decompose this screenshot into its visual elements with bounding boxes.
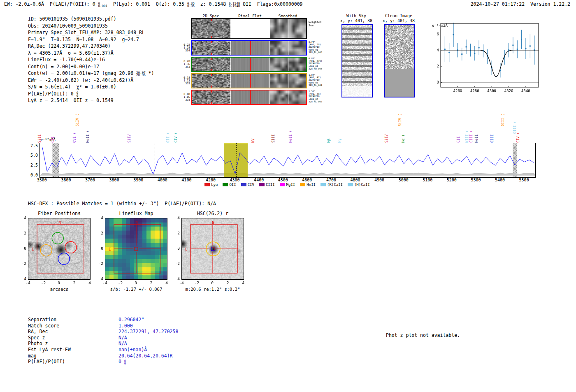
spectrum-x-tick: 4100 <box>178 178 195 182</box>
panel-y-tick: 4 <box>96 216 103 220</box>
text-segment: P(Lyα): 0.001 Q(z): 0.35 <box>107 1 187 7</box>
sup-sub-stack: 0.15480.1548 <box>229 2 240 8</box>
panel-x-tick: -2 <box>40 281 47 285</box>
panel-x-tick: 4 <box>86 281 93 285</box>
legend-item: OII <box>223 183 236 187</box>
text-segment: OII Flags:0x00000009 <box>240 1 302 7</box>
pixel-flat-column-header: Pixel Flat <box>231 14 269 18</box>
fiber-stat-value: 334 <box>182 49 190 52</box>
table-row: Separation0.296042" <box>28 317 178 323</box>
text-segment: 1.000 <box>118 323 133 329</box>
text-segment: λ = 4305.17Å σ = 5.69(±1.37)Å <box>28 50 114 56</box>
legend-item: Lyα <box>204 183 218 187</box>
spectrum-x-tick: 3600 <box>58 178 74 182</box>
text-segment: Cont(w) = 2.00(±0.01)e-17 (gmag 20.96 <box>28 70 136 76</box>
spectrum-x-tick: 5400 <box>492 178 508 182</box>
text-segment: Primary Spec_Slot_IFU_AMP: 328_083_048_R… <box>28 30 145 35</box>
table-row: Est LyA rest-EWnan(±nan)Å <box>28 347 178 353</box>
spectrum-x-tick: 5200 <box>444 178 460 182</box>
table-row-value: nan(±nan)Å <box>118 347 147 353</box>
panel-x-tick: 4 <box>239 281 247 285</box>
spectrum-x-tick: 5100 <box>419 178 436 182</box>
spectrum-x-tick: 4800 <box>347 178 364 182</box>
2d-spec-row <box>191 40 307 56</box>
clean-image <box>384 24 415 97</box>
table-row: Photo zN/A <box>28 341 178 347</box>
with-sky-title-text: With Sky <box>339 14 374 19</box>
lineflux-map-title: Lineflux Map <box>105 211 167 216</box>
panel-y-tick: 0 <box>19 246 26 251</box>
fit-plot-flux-units-label: e⁻¹⁷x2Å <box>432 23 448 28</box>
table-row-value: 0.296042" <box>118 317 144 322</box>
hsc-cutout-title: HSC(26.2) r <box>181 211 244 216</box>
table-row-value: 0 00 <box>118 359 126 364</box>
header-datetime-version: 2024-10-27 01:17:22 Version 1.22.2 <box>471 1 570 7</box>
text-segment: EW: -2.0±-0.6Å P(LAE)/P(OII): 0 <box>4 1 98 7</box>
panel-x-tick: 2 <box>71 281 78 285</box>
spectrum-x-tick: 5500 <box>516 178 532 182</box>
spectrum-y-tick: 5.0 <box>23 153 38 158</box>
spectrum-line-label: Hβ <box>327 139 331 143</box>
sup-sub-stack: 00 <box>124 360 126 365</box>
table-row-label: Photo z <box>28 341 118 346</box>
table-row: Spec zN/A <box>28 335 178 341</box>
fiber-id-line: 328_RL_003 <box>309 51 327 53</box>
spectrum-line-label: SiIV <box>128 135 131 143</box>
spectrum-line-label: OIII ( <box>501 114 505 126</box>
legend-swatch <box>204 183 210 186</box>
panel-x-tick: 0 <box>55 281 63 285</box>
spectrum-line-label: HeII ( <box>289 130 293 143</box>
spectrum-line-label: CII <box>457 137 460 143</box>
panel-y-tick: -2 <box>19 261 26 266</box>
sub-value: 0.35 <box>187 5 195 8</box>
spectrum-line-label: SIII <box>272 135 275 143</box>
smoothed-strip <box>270 41 306 55</box>
text-segment: S/N = 5.6(±1.4) χ² = 1.0(±0.0) <box>28 84 116 90</box>
text-segment: P(LAE)/P(OII): 0 <box>28 91 77 97</box>
clean-image-title: Clean Image x, y: 401, 38 <box>381 14 416 23</box>
info-line-1: ID: 5090101935 (5090101935.pdf) <box>28 16 154 23</box>
photz-note: Phot z plot not available. <box>386 332 460 338</box>
text-segment: F=1.9" T=0.135 N=1.08 A=0.92 g=24.7 <box>28 37 139 42</box>
text-segment: nan(±nan)Å <box>118 347 147 353</box>
text-segment: 0 <box>118 359 124 364</box>
pixel-flat-strip <box>231 19 269 38</box>
smoothed-strip <box>270 90 306 104</box>
spectrum-y-tick: 2.5 <box>23 163 38 167</box>
clean-image-title-text: Clean Image <box>381 14 416 19</box>
sup-sub-stack: 20.9720.96 <box>136 72 146 77</box>
spectrum-line-label: CIII ( <box>469 130 473 143</box>
info-line-8: Cont(n) = 2.00(±0.00)e-17 <box>28 63 154 70</box>
2d-spec-strip <box>192 19 230 38</box>
smoothed-strip <box>270 19 306 38</box>
info-line-5: RA,Dec (224.372299,47.270340) <box>28 43 154 50</box>
fiber-stat-value: 353 <box>182 66 190 69</box>
legend-swatch <box>241 183 246 186</box>
panel-y-tick: 4 <box>19 216 26 220</box>
info-line-2: Obs: 20240710v009_5090101935 <box>28 23 154 30</box>
info-line-9: Cont(w) = 2.00(±0.01)e-17 (gmag 20.96 20… <box>28 70 154 77</box>
text-segment: *) <box>146 70 154 76</box>
text-segment: LineFlux = -1.70(±0.44)e-16 <box>28 57 105 63</box>
2d-spec-row <box>191 73 307 88</box>
2d-row-fiber-stats: 0.201.36353 <box>182 60 190 69</box>
legend-item: HeII <box>300 183 316 187</box>
panel-y-tick: 2 <box>172 231 180 235</box>
spectrum-line-label: SiIV ( <box>398 114 402 126</box>
panel-x-tick: -2 <box>117 281 124 285</box>
text-segment: RA,Dec (224.372299,47.270340) <box>28 43 111 49</box>
info-line-4: F=1.9" T=0.135 N=1.08 A=0.92 g=24.7 <box>28 36 154 43</box>
spectrum-line-label: SiIV ( <box>76 114 79 126</box>
legend-swatch <box>280 183 285 186</box>
legend-item: CIII <box>259 183 275 187</box>
sub-value: 0 <box>124 362 126 365</box>
info-line-3: Primary Spec_Slot_IFU_AMP: 328_083_048_R… <box>28 29 154 36</box>
2d-row-fiber-stats: 0.181.13333 <box>182 77 190 85</box>
with-sky-title: With Sky x, y: 401, 38 <box>339 14 374 23</box>
detection-info-block: ID: 5090101935 (5090101935.pdf)Obs: 2024… <box>28 16 154 104</box>
fiber-id-line: Sum <box>309 24 327 28</box>
spectrum-line-label: CIV ( <box>174 132 178 143</box>
table-row-value: 20.64(20.64,20.64)R <box>118 353 173 359</box>
spectrum-line-label: CII <box>51 137 55 143</box>
text-segment: Cont(n) = 2.00(±0.00)e-17 <box>28 64 99 70</box>
